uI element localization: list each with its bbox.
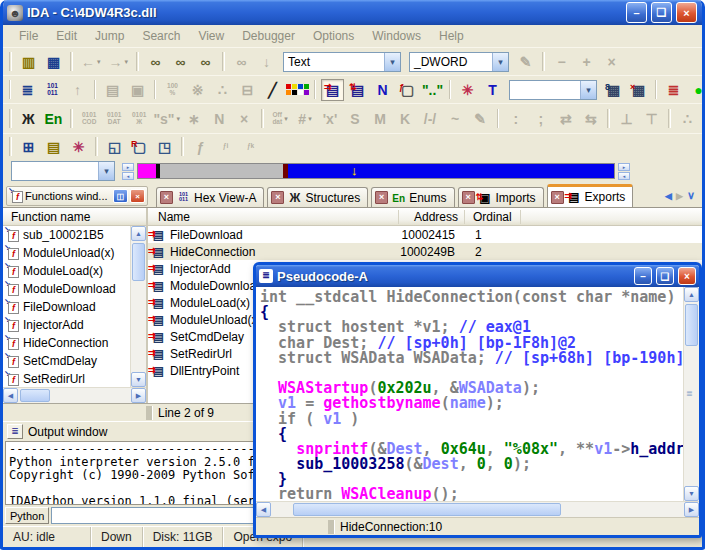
functions-column-header[interactable]: Function name (3, 208, 146, 226)
tab-close-icon[interactable]: × (375, 191, 388, 204)
tab-close-icon[interactable]: × (271, 191, 284, 204)
export-row[interactable]: ▤⇉FileDownload100024151 (148, 226, 702, 243)
combo-dropdown-icon[interactable]: ▾ (384, 53, 400, 71)
pseudocode-vertical-scrollbar[interactable]: ▲ ≣ ▼ (683, 287, 699, 501)
function-list-item[interactable]: ↘fModuleDownload (3, 280, 130, 298)
navband-scroll-spinner[interactable]: ▸◂ (618, 163, 630, 180)
export-row[interactable]: ▤⇉HideConnection1000249B2 (148, 243, 702, 260)
tab-imports[interactable]: ×▣⇅Imports (458, 187, 544, 207)
column-header-ordinal[interactable]: Ordinal (465, 210, 521, 224)
scroll-up-icon[interactable]: ▲ (684, 287, 699, 302)
calculator-button[interactable]: ⊞ (17, 136, 40, 158)
menu-file[interactable]: File (11, 27, 46, 45)
functions-horizontal-scrollbar[interactable]: ◀ ▶ (3, 387, 146, 403)
script-command-button[interactable]: ▤ (42, 136, 65, 158)
reset-desktop-button[interactable]: ▢R (128, 136, 151, 158)
menu-windows[interactable]: Windows (364, 27, 429, 45)
hex-view-button[interactable]: 101 011 (41, 79, 64, 101)
text-view-button[interactable]: ≣ (16, 79, 39, 101)
color-palette-button[interactable] (286, 79, 309, 101)
report-bug-button[interactable]: ≣ (662, 79, 685, 101)
search-next-button[interactable]: ∞ (169, 51, 192, 73)
menu-debugger[interactable]: Debugger (234, 27, 303, 45)
function-list-item[interactable]: ↘fHideConnection (3, 334, 130, 352)
pseudocode-titlebar[interactable]: ≣ Pseudocode-A – ❑ × (256, 265, 699, 287)
plugins-button[interactable]: ✳ (67, 136, 90, 158)
enum-window-button[interactable]: En (42, 108, 65, 130)
nav-combo[interactable]: ▾ (11, 161, 115, 181)
tab-close-icon[interactable]: × (551, 191, 564, 204)
close-button[interactable]: × (676, 2, 697, 23)
search-scope-combo[interactable]: Text▾ (283, 52, 401, 72)
tab-close-icon[interactable]: × (462, 191, 475, 204)
function-list-item[interactable]: ↘fModuleLoad(x) (3, 262, 130, 280)
pseudocode-close-button[interactable]: × (678, 267, 696, 285)
wrench-button[interactable]: ╱ (261, 79, 284, 101)
combo-dropdown-icon[interactable]: ▾ (580, 81, 596, 99)
tab-exports[interactable]: ×▤⇉Exports (547, 184, 634, 207)
desktop-save-button[interactable]: ▦8 (602, 79, 625, 101)
scroll-left-icon[interactable]: ◀ (256, 502, 271, 517)
run-indicator[interactable]: ● (687, 79, 705, 101)
function-list-item[interactable]: ↘fModuleUnload(x) (3, 244, 130, 262)
name-combo[interactable]: ▾ (509, 80, 597, 100)
menu-edit[interactable]: Edit (48, 27, 85, 45)
function-list-item[interactable]: ↘fInjectorAdd (3, 316, 130, 334)
functions-window-titlebar[interactable]: ↘f Functions wind... ◫ × (6, 186, 148, 206)
scroll-right-icon[interactable]: ▶ (684, 502, 699, 517)
python-prompt-label[interactable]: Python (5, 507, 49, 524)
tab-scroll-left-icon[interactable]: ◀ (665, 191, 672, 201)
text-search-button[interactable]: T (481, 79, 504, 101)
minimize-button[interactable]: – (626, 2, 647, 23)
tab-structures[interactable]: ×ЖStructures (267, 187, 368, 207)
navband-zoom-spinner[interactable]: ▸◂ (122, 163, 134, 180)
tab-hex-view-a[interactable]: ×101 011Hex View-A (156, 187, 264, 207)
navigation-band[interactable]: ↓ (137, 163, 615, 179)
scroll-up-icon[interactable]: ▲ (131, 226, 146, 241)
menu-options[interactable]: Options (305, 27, 362, 45)
string-list-button[interactable]: ".." (421, 79, 444, 101)
scroll-right-icon[interactable]: ▶ (131, 388, 146, 403)
pseudocode-text[interactable]: int __stdcall HideConnection(const char … (256, 287, 683, 501)
function-list-item[interactable]: ↘fsub_100021B5 (3, 226, 130, 244)
functions-close-button[interactable]: × (130, 189, 145, 203)
open-file-button[interactable]: ▥ (17, 51, 40, 73)
call-flow-button[interactable]: ▤⇅ (346, 79, 369, 101)
data-type-combo[interactable]: _DWORD▾ (409, 52, 509, 72)
function-list-item[interactable]: ↘fSetRedirUrl (3, 370, 130, 387)
save-file-button[interactable]: ▦ (42, 51, 65, 73)
search-text-button[interactable]: ∞ (144, 51, 167, 73)
combo-dropdown-icon[interactable]: ▾ (98, 162, 114, 180)
column-header-name[interactable]: Name (148, 210, 399, 224)
scroll-left-icon[interactable]: ◀ (3, 388, 18, 403)
flow-chart-button[interactable]: ▤⇉ (321, 79, 344, 101)
scroll-down-icon[interactable]: ▼ (131, 372, 146, 387)
menu-search[interactable]: Search (134, 27, 188, 45)
column-header-address[interactable]: Address (399, 210, 465, 224)
tab-scroll-right-icon[interactable]: ▶ (676, 191, 683, 201)
name-button[interactable]: N (371, 79, 394, 101)
scroll-down-icon[interactable]: ▼ (684, 486, 699, 501)
tile-windows-button[interactable]: ◳ (153, 136, 176, 158)
tab-close-icon[interactable]: × (160, 191, 173, 204)
functions-vertical-scrollbar[interactable]: ▲ ▼ (130, 226, 146, 387)
search-binary-button[interactable]: ∞ (194, 51, 217, 73)
combo-dropdown-icon[interactable]: ▾ (492, 53, 508, 71)
create-struct-button[interactable]: Ж (17, 108, 40, 130)
menu-help[interactable]: Help (431, 27, 472, 45)
menu-jump[interactable]: Jump (87, 27, 132, 45)
function-list-item[interactable]: ↘fFileDownload (3, 298, 130, 316)
functions-restore-button[interactable]: ◫ (113, 189, 128, 203)
maximize-button[interactable]: ❑ (651, 2, 672, 23)
pseudocode-maximize-button[interactable]: ❑ (656, 267, 674, 285)
tab-list-icon[interactable]: ∨ (687, 189, 695, 202)
desktop-delete-button[interactable]: ▦× (627, 79, 650, 101)
tab-enums[interactable]: ×EnEnums (371, 187, 454, 207)
function-list-item[interactable]: ↘fSetCmdDelay (3, 352, 130, 370)
pseudocode-horizontal-scrollbar[interactable]: ◀ ▶ (256, 501, 699, 517)
cascade-windows-button[interactable]: ◱ (103, 136, 126, 158)
menu-view[interactable]: View (190, 27, 232, 45)
jump-function-button[interactable]: ▢ƒ (396, 79, 419, 101)
pseudocode-minimize-button[interactable]: – (634, 267, 652, 285)
flower-button[interactable]: ✳ (456, 79, 479, 101)
